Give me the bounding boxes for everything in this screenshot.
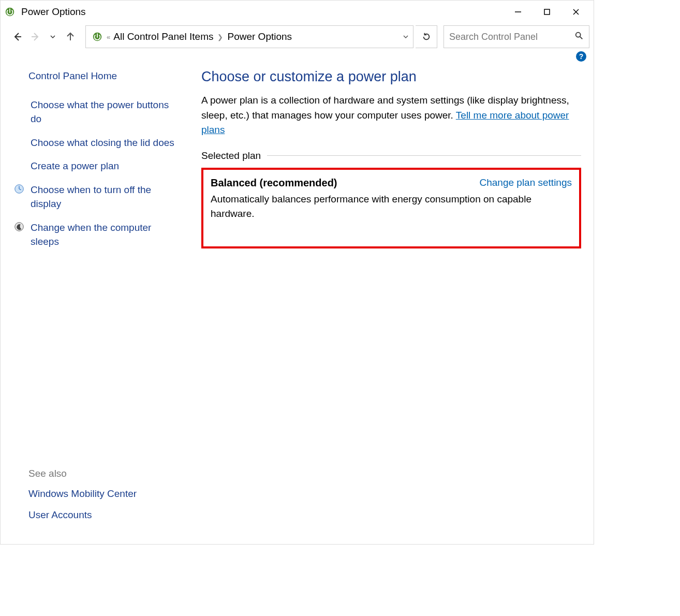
section-header: Selected plan [201, 150, 581, 162]
breadcrumb-item-power-options[interactable]: Power Options [227, 31, 292, 42]
sidebar-link-label: Choose what closing the lid does [31, 136, 174, 150]
sidebar-item-create-plan[interactable]: Create a power plan [13, 159, 176, 173]
plan-description: Automatically balances performance with … [211, 192, 572, 222]
svg-point-9 [576, 32, 581, 37]
breadcrumb: All Control Panel Items ❯ Power Options [113, 31, 398, 42]
window-controls [504, 3, 590, 21]
sidebar: Control Panel Home Choose what the power… [8, 66, 189, 544]
up-button[interactable] [63, 29, 78, 45]
see-also-user-accounts[interactable]: User Accounts [28, 508, 176, 522]
shield-clock-icon [13, 183, 25, 195]
control-panel-home-link[interactable]: Control Panel Home [28, 69, 176, 83]
search-input[interactable] [449, 32, 574, 42]
help-row: ? [1, 50, 594, 66]
see-also-label: See also [28, 468, 176, 479]
main-content: Choose or customize a power plan A power… [189, 66, 586, 544]
page-heading: Choose or customize a power plan [201, 69, 581, 85]
close-button[interactable] [561, 3, 590, 21]
svg-rect-2 [544, 9, 550, 14]
sidebar-item-computer-sleeps[interactable]: Change when the computer sleeps [13, 221, 176, 249]
sidebar-link-label: Create a power plan [31, 159, 119, 173]
shield-moon-icon [13, 221, 25, 233]
content-body: Control Panel Home Choose what the power… [1, 66, 594, 544]
minimize-button[interactable] [504, 3, 533, 21]
back-button[interactable] [10, 29, 25, 45]
section-label: Selected plan [201, 150, 261, 162]
breadcrumb-overflow-icon[interactable]: « [107, 33, 110, 41]
forward-button[interactable] [27, 29, 43, 45]
search-box[interactable] [444, 25, 589, 48]
navigation-bar: « All Control Panel Items ❯ Power Option… [1, 23, 594, 50]
address-bar[interactable]: « All Control Panel Items ❯ Power Option… [85, 25, 413, 48]
sidebar-link-group: Choose what the power buttons do Choose … [28, 98, 176, 249]
divider [267, 155, 581, 156]
change-plan-settings-link[interactable]: Change plan settings [479, 177, 572, 188]
maximize-button[interactable] [533, 3, 561, 21]
chevron-right-icon[interactable]: ❯ [216, 33, 224, 41]
power-options-icon [4, 6, 16, 18]
plan-name: Balanced (recommended) [211, 177, 337, 189]
titlebar: Power Options [1, 1, 594, 23]
location-icon [89, 31, 106, 42]
plan-row: Balanced (recommended) Change plan setti… [211, 177, 572, 189]
help-icon[interactable]: ? [576, 51, 586, 62]
see-also-mobility-center[interactable]: Windows Mobility Center [28, 487, 176, 501]
address-dropdown[interactable] [398, 34, 413, 40]
page-description: A power plan is a collection of hardware… [201, 93, 581, 138]
sidebar-link-label: Change when the computer sleeps [31, 221, 176, 249]
recent-locations-dropdown[interactable] [45, 29, 61, 45]
sidebar-link-label: Choose what the power buttons do [31, 98, 176, 126]
sidebar-link-label: Choose when to turn off the display [31, 183, 176, 211]
window-title: Power Options [21, 6, 86, 18]
control-panel-window: Power Options [0, 0, 594, 545]
search-icon[interactable] [574, 31, 584, 43]
sidebar-item-closing-lid[interactable]: Choose what closing the lid does [13, 136, 176, 150]
refresh-button[interactable] [416, 25, 437, 48]
svg-line-10 [580, 36, 583, 39]
sidebar-item-display-off[interactable]: Choose when to turn off the display [13, 183, 176, 211]
sidebar-item-power-buttons[interactable]: Choose what the power buttons do [13, 98, 176, 126]
breadcrumb-item-all-control-panel[interactable]: All Control Panel Items [113, 31, 213, 42]
selected-plan-highlight: Balanced (recommended) Change plan setti… [201, 168, 581, 248]
see-also-section: See also Windows Mobility Center User Ac… [28, 468, 176, 539]
